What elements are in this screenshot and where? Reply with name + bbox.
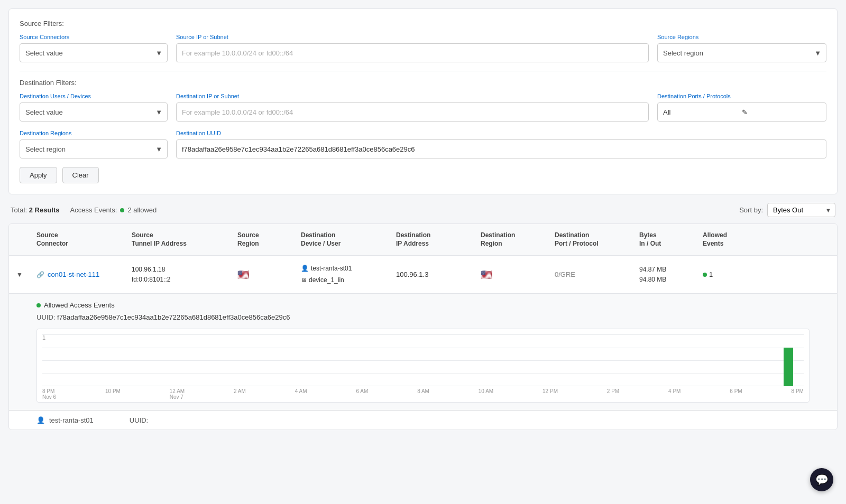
chart-area: 1 8 PMNov 6 10 PM 12 AMNov 7: [36, 329, 810, 403]
th-dest-device: DestinationDevice / User: [295, 229, 390, 250]
stub-user-name: test-ranta-st01: [49, 416, 94, 424]
th-allowed: AllowedEvents: [696, 229, 749, 250]
dest-users-label: Destination Users / Devices: [20, 93, 168, 99]
user-icon: 👤: [301, 263, 309, 275]
results-header: Total: 2 Results Access Events: 2 allowe…: [8, 203, 838, 217]
td-dest-region: 🇺🇸: [474, 267, 548, 283]
td-connector: 🔗 con01-st-net-111: [30, 268, 125, 281]
sort-wrapper: Bytes Out Bytes In Allowed Events ▼: [767, 203, 835, 217]
sort-by-control: Sort by: Bytes Out Bytes In Allowed Even…: [739, 203, 835, 217]
bytes-out: 94.80 MB: [639, 275, 690, 285]
dest-ports-control: All ✎: [657, 102, 826, 122]
results-left: Total: 2 Results Access Events: 2 allowe…: [11, 206, 157, 214]
source-filters-title: Source Filters:: [20, 20, 826, 27]
dest-regions-select[interactable]: Select region: [20, 139, 168, 158]
clear-button[interactable]: Clear: [62, 167, 99, 183]
source-regions-select[interactable]: Select region: [657, 43, 826, 62]
th-tunnel-ip: SourceTunnel IP Address: [125, 229, 231, 250]
tunnel-ip-v4: 100.96.1.18: [132, 265, 225, 275]
dest-flag-icon: 🇺🇸: [481, 269, 492, 280]
x-label-12: 8 PM: [792, 388, 804, 400]
dest-uuid-group: Destination UUID: [176, 130, 826, 158]
th-source-region: SourceRegion: [231, 229, 295, 250]
td-allowed: 1: [696, 268, 749, 281]
table-row-wrapper-1: ▼ 🔗 con01-st-net-111 100.96.1.18 fd:0:0:…: [9, 256, 837, 410]
td-dest-port: 0/GRE: [548, 268, 633, 281]
th-bytes: BytesIn / Out: [633, 229, 696, 250]
bytes-in: 94.87 MB: [639, 265, 690, 275]
x-label-4: 4 AM: [295, 388, 307, 400]
dest-uuid-input[interactable]: [176, 139, 826, 158]
connector-name[interactable]: con01-st-net-111: [48, 270, 99, 278]
tunnel-ip-v6: fd:0:0:8101::2: [132, 275, 225, 285]
allowed-label-dot: [36, 303, 41, 307]
dest-ip-label: Destination IP or Subnet: [176, 93, 649, 99]
source-ip-group: Source IP or Subnet: [176, 34, 649, 62]
source-ip-input[interactable]: [176, 43, 649, 62]
dest-users-group: Destination Users / Devices Select value…: [20, 93, 168, 122]
th-dest-ip: DestinationIP Address: [390, 229, 474, 250]
td-source-region: 🇺🇸: [231, 267, 295, 283]
stub-row: 👤 test-ranta-st01 UUID:: [9, 410, 837, 430]
th-dest-region: DestinationRegion: [474, 229, 548, 250]
dest-ports-group: Destination Ports / Protocols All ✎: [657, 93, 826, 122]
chart-x-labels: 8 PMNov 6 10 PM 12 AMNov 7 2 AM 4 AM 6 A…: [42, 388, 804, 400]
chart-bar-container: [42, 334, 804, 386]
th-source-connector: SourceConnector: [30, 229, 125, 250]
sort-select[interactable]: Bytes Out Bytes In Allowed Events: [767, 203, 835, 217]
x-label-11: 6 PM: [730, 388, 742, 400]
device-icon: 🖥: [301, 275, 307, 286]
uuid-line: UUID: f78adaffaa26e958e7c1ec934aa1b2e722…: [36, 313, 810, 321]
td-tunnel-ip: 100.96.1.18 fd:0:0:8101::2: [125, 263, 231, 287]
dest-device-name: device_1_lin: [309, 275, 344, 286]
th-dest-port: DestinationPort / Protocol: [548, 229, 633, 250]
filter-card: Source Filters: Source Connectors Select…: [8, 8, 838, 194]
x-label-8: 12 PM: [542, 388, 558, 400]
dest-ip-group: Destination IP or Subnet: [176, 93, 649, 122]
table-row: ▼ 🔗 con01-st-net-111 100.96.1.18 fd:0:0:…: [9, 256, 837, 293]
source-filter-row: Source Connectors Select value ▼ Source …: [20, 34, 826, 62]
destination-filter-row-2: Destination Regions Select region ▼ Dest…: [20, 130, 826, 158]
source-regions-group: Source Regions Select region ▼: [657, 34, 826, 62]
total-text: Total: 2 Results: [11, 206, 60, 214]
source-regions-label: Source Regions: [657, 34, 826, 40]
dest-users-select[interactable]: Select value: [20, 102, 168, 122]
source-connectors-select[interactable]: Select value: [20, 43, 168, 62]
source-connectors-group: Source Connectors Select value ▼: [20, 34, 168, 62]
x-label-3: 2 AM: [234, 388, 246, 400]
allowed-access-label: Allowed Access Events: [36, 301, 810, 309]
x-label-6: 8 AM: [417, 388, 429, 400]
row-expand-button[interactable]: ▼: [9, 269, 30, 281]
x-label-2: 12 AMNov 7: [170, 388, 185, 400]
th-expand: [9, 229, 30, 250]
edit-icon[interactable]: ✎: [742, 108, 821, 116]
allowed-count: 1: [709, 270, 713, 278]
apply-button[interactable]: Apply: [20, 167, 57, 183]
destination-filter-row-1: Destination Users / Devices Select value…: [20, 93, 826, 122]
chat-button[interactable]: 💬: [810, 468, 833, 491]
td-bytes: 94.87 MB 94.80 MB: [633, 263, 696, 287]
x-label-0: 8 PMNov 6: [42, 388, 56, 400]
access-events: Access Events: 2 allowed: [70, 206, 157, 214]
source-connectors-label: Source Connectors: [20, 34, 168, 40]
uuid-value: f78adaffaa26e958e7c1ec934aa1b2e72265a681…: [57, 313, 290, 321]
x-label-1: 10 PM: [105, 388, 121, 400]
dest-ports-value: All: [663, 108, 742, 116]
dest-uuid-label: Destination UUID: [176, 130, 826, 136]
filter-divider: [20, 71, 826, 71]
destination-filters-title: Destination Filters:: [20, 79, 826, 87]
x-label-9: 2 PM: [607, 388, 619, 400]
stub-uuid-label: UUID:: [130, 416, 148, 424]
x-label-10: 4 PM: [668, 388, 681, 400]
td-dest-user: 👤 test-ranta-st01 🖥 device_1_lin: [295, 261, 390, 288]
dest-regions-group: Destination Regions Select region ▼: [20, 130, 168, 158]
chat-icon: 💬: [815, 473, 829, 486]
dest-regions-label: Destination Regions: [20, 130, 168, 136]
td-dest-ip: 100.96.1.3: [390, 268, 474, 281]
expanded-content: Allowed Access Events UUID: f78adaffaa26…: [9, 293, 837, 410]
chart-bar: [784, 348, 793, 387]
connector-link-icon: 🔗: [36, 271, 44, 278]
dest-ip-input[interactable]: [176, 102, 649, 122]
filter-button-row: Apply Clear: [20, 167, 826, 183]
stub-user-icon: 👤: [36, 416, 45, 424]
